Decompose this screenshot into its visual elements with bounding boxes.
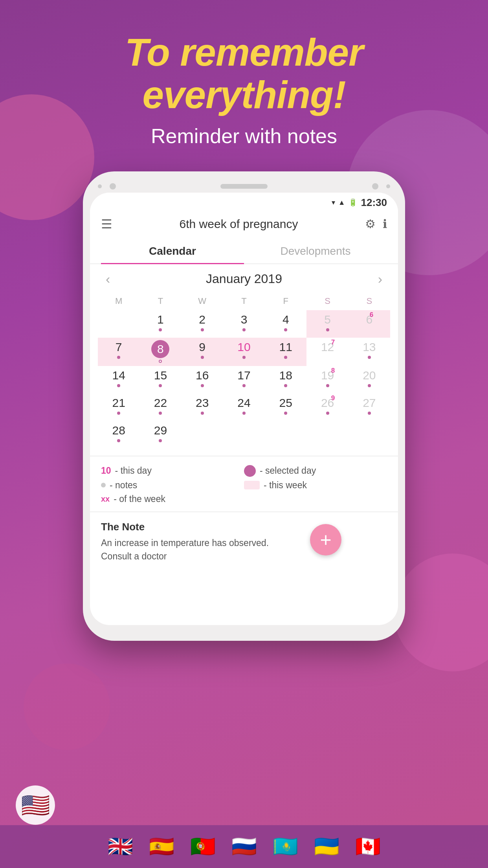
cal-dot-8 (159, 360, 162, 363)
flag-gb[interactable]: 🇬🇧 (108, 835, 133, 859)
status-time: 12:30 (361, 197, 387, 209)
cal-cell-24[interactable]: 24 (223, 394, 265, 421)
cal-cell-13[interactable]: 13 (349, 338, 390, 366)
tab-developments[interactable]: Developments (244, 238, 387, 264)
cal-cell-16[interactable]: 16 (182, 366, 223, 394)
legend-today: 10 - this day (101, 465, 244, 477)
cal-date-2: 2 (199, 313, 205, 327)
cal-dot-28 (117, 439, 120, 442)
legend-week-num: xx - of the week (101, 494, 244, 504)
cal-dot-25 (284, 412, 287, 415)
cal-cell-23[interactable]: 23 (182, 394, 223, 421)
status-icons: ▾ ▲ 🔋 (332, 198, 357, 207)
cal-dot-4 (284, 328, 287, 331)
cal-cell-19[interactable]: 19 8 (306, 366, 348, 394)
cal-cell-7[interactable]: 7 (98, 338, 139, 366)
cal-date-18: 18 (279, 368, 292, 383)
cal-date-19: 19 8 (321, 368, 334, 383)
legend-xx-symbol: xx (101, 495, 110, 504)
separator-1 (90, 456, 398, 456)
cal-cell-27[interactable]: 27 (349, 394, 390, 421)
flag-pt[interactable]: 🇵🇹 (190, 835, 216, 859)
day-header-fri: F (265, 294, 306, 309)
legend-this-week: - this week (244, 480, 387, 491)
cal-date-13: 13 (363, 340, 376, 354)
cal-cell-25[interactable]: 25 (265, 394, 306, 421)
phone-mockup: ▾ ▲ 🔋 12:30 ☰ 6th week of pregnancy ⚙ ℹ … (83, 171, 405, 641)
hero-section: To remember everything! Reminder with no… (0, 0, 488, 148)
us-flag-corner: 🇺🇸 (16, 785, 55, 825)
cal-cell-6[interactable]: 6 6 (349, 310, 390, 338)
cal-cell-14[interactable]: 14 (98, 366, 139, 394)
cal-cell-10[interactable]: 10 (223, 338, 265, 366)
cal-date-20: 20 (363, 368, 376, 383)
cal-cell-11[interactable]: 11 (265, 338, 306, 366)
cal-cell-8[interactable]: 8 (139, 338, 181, 366)
cal-dot-15 (159, 384, 162, 387)
cal-cell-15[interactable]: 15 (139, 366, 181, 394)
cal-dot-20 (368, 384, 371, 387)
phone-screen: ▾ ▲ 🔋 12:30 ☰ 6th week of pregnancy ⚙ ℹ … (90, 193, 398, 625)
info-icon[interactable]: ℹ (383, 217, 387, 231)
legend-notes-text: - notes (110, 480, 137, 491)
cal-date-15: 15 (154, 368, 167, 383)
cal-cell-empty-3 (223, 421, 265, 449)
cal-cell-empty-4 (265, 421, 306, 449)
cal-dot-27 (368, 412, 371, 415)
cal-cell-9[interactable]: 9 (182, 338, 223, 366)
cal-cell-28[interactable]: 28 (98, 421, 139, 449)
cal-cell-17[interactable]: 17 (223, 366, 265, 394)
cal-cell-1[interactable]: 1 (139, 310, 181, 338)
calendar-grid: 1 2 3 4 5 (98, 310, 390, 449)
week-num-9: 9 (331, 394, 335, 402)
cal-cell-4[interactable]: 4 (265, 310, 306, 338)
cal-date-22: 22 (154, 396, 167, 410)
note-title: The Note (101, 521, 387, 533)
day-header-wed: W (182, 294, 223, 309)
cal-cell-29[interactable]: 29 (139, 421, 181, 449)
cal-cell-3[interactable]: 3 (223, 310, 265, 338)
cal-dot-29 (159, 439, 162, 442)
note-section: The Note An increase in temperature has … (90, 515, 398, 571)
cal-cell-2[interactable]: 2 (182, 310, 223, 338)
flag-kz[interactable]: 🇰🇿 (273, 835, 298, 859)
cal-date-5: 5 (324, 313, 331, 327)
camera-main (110, 183, 116, 189)
cal-date-21: 21 (112, 396, 125, 410)
legend: 10 - this day - selected day - notes - t… (90, 460, 398, 508)
legend-week-bar (244, 481, 260, 489)
cal-dot-2 (201, 328, 204, 331)
cal-cell-21[interactable]: 21 (98, 394, 139, 421)
cal-cell-5[interactable]: 5 (306, 310, 348, 338)
settings-icon[interactable]: ⚙ (365, 217, 376, 231)
cal-date-27: 27 (363, 396, 376, 410)
cal-cell-18[interactable]: 18 (265, 366, 306, 394)
signal-icon: ▲ (338, 199, 345, 207)
calendar-header: ‹ January 2019 › (98, 264, 390, 294)
next-month-button[interactable]: › (374, 271, 386, 287)
menu-icon[interactable]: ☰ (101, 217, 112, 232)
note-text: An increase in temperature has observed.… (101, 536, 387, 563)
cal-date-9: 9 (199, 340, 205, 354)
add-button[interactable]: + (310, 524, 341, 555)
cal-cell-12[interactable]: 12 7 (306, 338, 348, 366)
flag-ru[interactable]: 🇷🇺 (231, 835, 257, 859)
cal-dot-14 (117, 384, 120, 387)
cal-cell-22[interactable]: 22 (139, 394, 181, 421)
prev-month-button[interactable]: ‹ (102, 271, 114, 287)
cal-cell-26[interactable]: 26 9 (306, 394, 348, 421)
cal-cell-20[interactable]: 20 (349, 366, 390, 394)
cal-date-28: 28 (112, 423, 125, 438)
cal-cell-empty-2 (182, 421, 223, 449)
legend-notes: - notes (101, 480, 244, 491)
cal-dot-5 (326, 328, 329, 331)
cal-dot-13 (368, 356, 371, 359)
cal-dot-19 (326, 384, 329, 387)
camera-dot-1 (98, 184, 102, 188)
cal-dot-26 (326, 412, 329, 415)
flag-ca[interactable]: 🇨🇦 (355, 835, 381, 859)
cal-dot-23 (201, 412, 204, 415)
flag-es[interactable]: 🇪🇸 (149, 835, 174, 859)
flag-ua[interactable]: 🇺🇦 (314, 835, 339, 859)
tab-calendar[interactable]: Calendar (101, 238, 244, 264)
